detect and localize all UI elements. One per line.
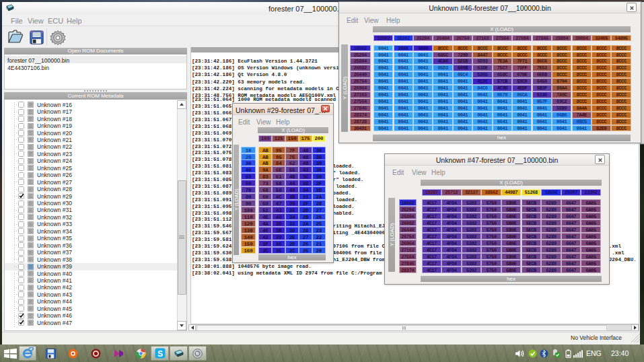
- svg-text:S: S: [157, 349, 163, 359]
